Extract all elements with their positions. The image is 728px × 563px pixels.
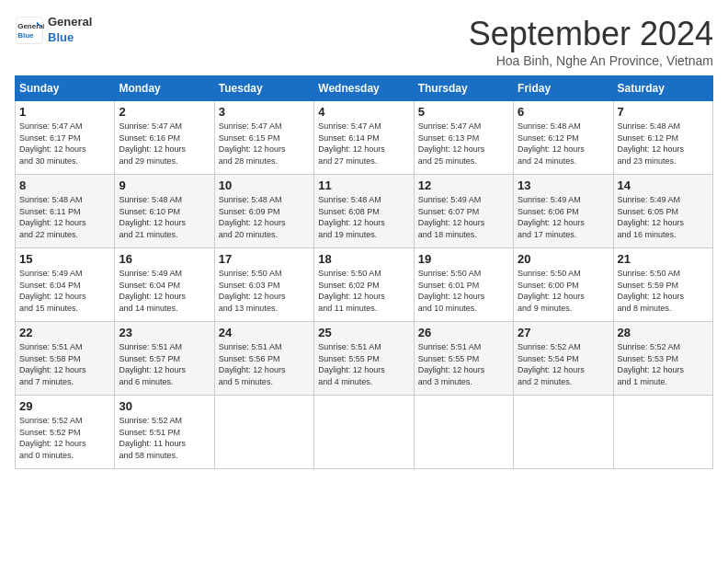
day-info: Sunrise: 5:50 AM Sunset: 6:02 PM Dayligh… [318,268,409,314]
calendar-cell: 12Sunrise: 5:49 AM Sunset: 6:07 PM Dayli… [414,175,513,248]
day-info: Sunrise: 5:51 AM Sunset: 5:56 PM Dayligh… [219,341,310,387]
calendar-cell [314,396,414,469]
day-number: 13 [518,178,609,192]
day-info: Sunrise: 5:48 AM Sunset: 6:10 PM Dayligh… [119,194,210,240]
day-number: 6 [518,105,609,119]
day-number: 20 [518,252,609,266]
weekday-header-monday: Monday [115,76,214,101]
day-number: 27 [518,326,609,339]
calendar-cell: 4Sunrise: 5:47 AM Sunset: 6:14 PM Daylig… [314,101,414,175]
day-info: Sunrise: 5:50 AM Sunset: 5:59 PM Dayligh… [618,268,709,314]
calendar-cell: 26Sunrise: 5:51 AM Sunset: 5:55 PM Dayli… [414,322,513,396]
weekday-header-row: SundayMondayTuesdayWednesdayThursdayFrid… [16,76,713,101]
day-number: 28 [618,326,709,339]
calendar-cell: 8Sunrise: 5:48 AM Sunset: 6:11 PM Daylig… [16,175,115,248]
calendar-cell: 14Sunrise: 5:49 AM Sunset: 6:05 PM Dayli… [613,175,712,248]
day-info: Sunrise: 5:52 AM Sunset: 5:52 PM Dayligh… [19,415,110,461]
day-number: 2 [119,105,210,119]
day-number: 17 [219,252,310,266]
title-block: September 2024 Hoa Binh, Nghe An Provinc… [469,15,713,68]
calendar-cell: 5Sunrise: 5:47 AM Sunset: 6:13 PM Daylig… [414,101,513,175]
day-number: 1 [19,105,110,119]
calendar-cell [514,396,613,469]
day-number: 21 [618,252,709,266]
day-number: 11 [318,178,409,192]
calendar-cell: 29Sunrise: 5:52 AM Sunset: 5:52 PM Dayli… [16,396,115,469]
day-info: Sunrise: 5:52 AM Sunset: 5:53 PM Dayligh… [618,341,709,387]
calendar-cell: 30Sunrise: 5:52 AM Sunset: 5:51 PM Dayli… [115,396,214,469]
calendar-cell: 22Sunrise: 5:51 AM Sunset: 5:58 PM Dayli… [16,322,115,396]
day-info: Sunrise: 5:48 AM Sunset: 6:12 PM Dayligh… [618,121,709,167]
day-info: Sunrise: 5:48 AM Sunset: 6:08 PM Dayligh… [318,194,409,240]
day-info: Sunrise: 5:52 AM Sunset: 5:51 PM Dayligh… [119,415,210,461]
day-number: 14 [618,178,709,192]
day-number: 24 [219,326,310,339]
day-number: 29 [19,399,110,413]
calendar-cell: 17Sunrise: 5:50 AM Sunset: 6:03 PM Dayli… [214,248,313,322]
weekday-header-sunday: Sunday [16,76,115,101]
day-info: Sunrise: 5:48 AM Sunset: 6:09 PM Dayligh… [219,194,310,240]
weekday-header-friday: Friday [514,76,613,101]
calendar-week-3: 15Sunrise: 5:49 AM Sunset: 6:04 PM Dayli… [16,248,713,322]
logo-icon: General Blue [15,16,44,45]
day-number: 9 [119,178,210,192]
day-number: 15 [19,252,110,266]
day-number: 10 [219,178,310,192]
day-number: 7 [618,105,709,119]
calendar-week-4: 22Sunrise: 5:51 AM Sunset: 5:58 PM Dayli… [16,322,713,396]
day-number: 30 [119,399,210,413]
day-info: Sunrise: 5:47 AM Sunset: 6:16 PM Dayligh… [119,121,210,167]
calendar-week-5: 29Sunrise: 5:52 AM Sunset: 5:52 PM Dayli… [16,396,713,469]
location-subtitle: Hoa Binh, Nghe An Province, Vietnam [469,53,713,68]
day-number: 3 [219,105,310,119]
day-number: 19 [418,252,509,266]
calendar-cell: 3Sunrise: 5:47 AM Sunset: 6:15 PM Daylig… [214,101,313,175]
day-info: Sunrise: 5:47 AM Sunset: 6:15 PM Dayligh… [219,121,310,167]
day-number: 4 [318,105,409,119]
calendar-cell: 24Sunrise: 5:51 AM Sunset: 5:56 PM Dayli… [214,322,313,396]
day-info: Sunrise: 5:49 AM Sunset: 6:04 PM Dayligh… [119,268,210,314]
calendar-week-1: 1Sunrise: 5:47 AM Sunset: 6:17 PM Daylig… [16,101,713,175]
calendar-cell: 1Sunrise: 5:47 AM Sunset: 6:17 PM Daylig… [16,101,115,175]
day-number: 23 [119,326,210,339]
weekday-header-tuesday: Tuesday [214,76,313,101]
calendar-cell: 25Sunrise: 5:51 AM Sunset: 5:55 PM Dayli… [314,322,414,396]
day-info: Sunrise: 5:51 AM Sunset: 5:57 PM Dayligh… [119,341,210,387]
day-info: Sunrise: 5:48 AM Sunset: 6:12 PM Dayligh… [518,121,609,167]
calendar-cell: 28Sunrise: 5:52 AM Sunset: 5:53 PM Dayli… [613,322,712,396]
calendar-cell: 20Sunrise: 5:50 AM Sunset: 6:00 PM Dayli… [514,248,613,322]
day-info: Sunrise: 5:49 AM Sunset: 6:07 PM Dayligh… [418,194,509,240]
calendar-cell: 23Sunrise: 5:51 AM Sunset: 5:57 PM Dayli… [115,322,214,396]
calendar-cell [414,396,513,469]
calendar-table: SundayMondayTuesdayWednesdayThursdayFrid… [15,75,713,469]
day-number: 16 [119,252,210,266]
logo-text: General Blue [48,15,92,46]
calendar-cell: 19Sunrise: 5:50 AM Sunset: 6:01 PM Dayli… [414,248,513,322]
svg-text:General: General [17,22,44,30]
day-info: Sunrise: 5:51 AM Sunset: 5:55 PM Dayligh… [318,341,409,387]
day-info: Sunrise: 5:47 AM Sunset: 6:17 PM Dayligh… [19,121,110,167]
day-info: Sunrise: 5:50 AM Sunset: 6:01 PM Dayligh… [418,268,509,314]
calendar-cell: 10Sunrise: 5:48 AM Sunset: 6:09 PM Dayli… [214,175,313,248]
calendar-cell: 13Sunrise: 5:49 AM Sunset: 6:06 PM Dayli… [514,175,613,248]
calendar-cell: 6Sunrise: 5:48 AM Sunset: 6:12 PM Daylig… [514,101,613,175]
calendar-cell [214,396,313,469]
day-info: Sunrise: 5:47 AM Sunset: 6:14 PM Dayligh… [318,121,409,167]
weekday-header-wednesday: Wednesday [314,76,414,101]
day-number: 25 [318,326,409,339]
calendar-cell: 27Sunrise: 5:52 AM Sunset: 5:54 PM Dayli… [514,322,613,396]
logo: General Blue General Blue [15,15,92,46]
day-number: 22 [19,326,110,339]
calendar-cell: 9Sunrise: 5:48 AM Sunset: 6:10 PM Daylig… [115,175,214,248]
day-info: Sunrise: 5:49 AM Sunset: 6:05 PM Dayligh… [618,194,709,240]
page-header: General Blue General Blue September 2024… [15,15,713,68]
day-number: 8 [19,178,110,192]
day-number: 5 [418,105,509,119]
month-title: September 2024 [469,15,713,53]
day-info: Sunrise: 5:49 AM Sunset: 6:06 PM Dayligh… [518,194,609,240]
calendar-cell: 2Sunrise: 5:47 AM Sunset: 6:16 PM Daylig… [115,101,214,175]
svg-text:Blue: Blue [17,31,34,40]
day-number: 18 [318,252,409,266]
calendar-cell: 16Sunrise: 5:49 AM Sunset: 6:04 PM Dayli… [115,248,214,322]
day-number: 26 [418,326,509,339]
